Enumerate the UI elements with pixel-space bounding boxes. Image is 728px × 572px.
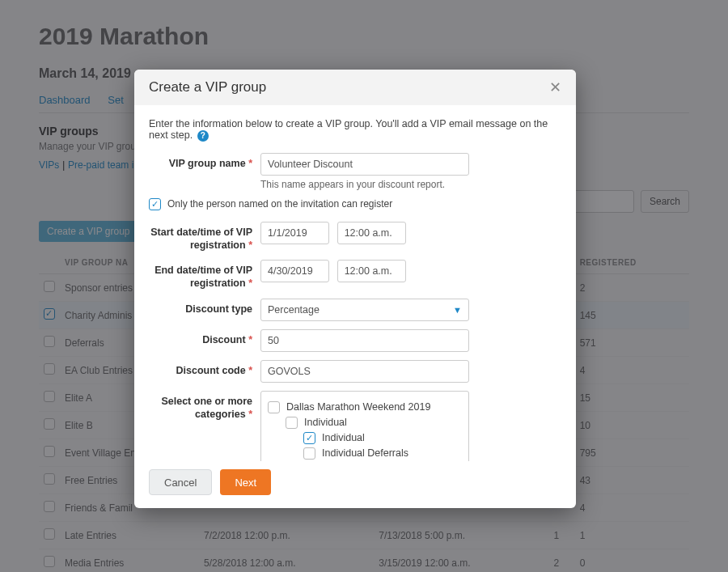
label-categories: Select one or more categories * [149,391,260,422]
end-time-input[interactable] [337,260,406,282]
only-named-row[interactable]: Only the person named on the invitation … [149,198,561,210]
category-tree[interactable]: Dallas Marathon Weekend 2019IndividualIn… [260,391,469,462]
modal-footer: Cancel Next [134,461,576,508]
modal-intro: Enter the information below to create a … [149,118,561,142]
discount-type-select[interactable]: Percentage ▼ [260,299,469,321]
start-date-input[interactable] [260,222,329,244]
cancel-button[interactable]: Cancel [149,469,212,495]
category-node[interactable]: Individual [303,432,462,444]
label-end: End date/time of VIP registration * [149,260,260,290]
label-start: Start date/time of VIP registration * [149,222,260,252]
category-checkbox[interactable] [286,417,298,429]
create-vip-group-modal: Create a VIP group ✕ Enter the informati… [134,70,576,508]
label-discount-type: Discount type [149,299,260,316]
category-node[interactable]: Dallas Marathon Weekend 2019 [268,401,462,413]
category-label: Individual Deferrals [322,447,408,459]
category-checkbox[interactable] [268,401,280,413]
next-button[interactable]: Next [220,469,271,495]
modal-title: Create a VIP group [149,79,266,95]
group-name-hint: This name appears in your discount repor… [260,179,561,190]
end-date-input[interactable] [260,260,329,282]
category-label: Individual [322,432,365,443]
help-icon[interactable]: ? [197,130,209,142]
close-icon[interactable]: ✕ [549,80,561,95]
modal-header: Create a VIP group ✕ [134,70,576,105]
category-checkbox[interactable] [303,447,315,460]
only-named-label: Only the person named on the invitation … [167,198,392,210]
discount-input[interactable] [260,329,469,352]
modal-body: Enter the information below to create a … [134,105,576,461]
label-discount-code: Discount code * [149,360,260,377]
category-node[interactable]: Individual [286,417,462,429]
label-discount: Discount * [149,329,260,346]
category-node[interactable]: Individual Deferrals [303,447,462,460]
vip-group-name-input[interactable] [260,153,469,176]
discount-code-input[interactable] [260,360,469,383]
start-time-input[interactable] [337,222,406,244]
category-label: Individual [304,417,347,428]
label-group-name: VIP group name * [149,153,260,170]
category-checkbox[interactable] [303,432,315,444]
only-named-checkbox[interactable] [149,198,161,210]
category-label: Dallas Marathon Weekend 2019 [286,401,430,413]
chevron-down-icon: ▼ [453,305,462,315]
